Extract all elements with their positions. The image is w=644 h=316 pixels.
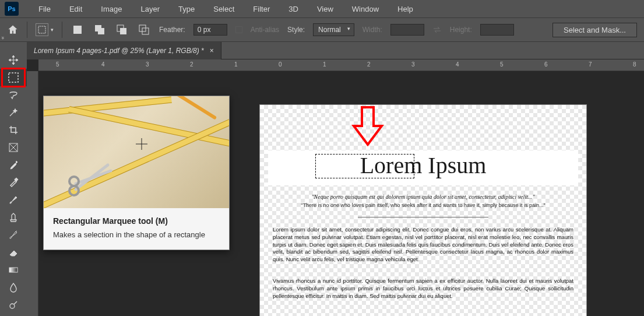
menu-filter[interactable]: Filter: [245, 2, 278, 16]
separator: [62, 22, 62, 38]
feather-input[interactable]: [193, 24, 227, 36]
move-tool[interactable]: [0, 51, 27, 69]
svg-rect-11: [9, 268, 17, 272]
swap-icon: [432, 25, 442, 34]
antialias-checkbox: [235, 26, 242, 33]
crop-tool[interactable]: [0, 121, 27, 139]
subtract-selection-icon[interactable]: [115, 23, 129, 37]
svg-rect-1: [73, 26, 82, 34]
history-brush-tool[interactable]: [0, 226, 27, 244]
document-tab-bar: Lorem Ipsum 4 pages-1.pdf @ 25% (Layer 1…: [27, 42, 644, 59]
document-quote: "Neque porro quisquam est qui dolorem ip…: [260, 194, 586, 200]
eraser-tool[interactable]: [0, 244, 27, 261]
tooltip-preview-image: [44, 96, 229, 208]
tooltip-description: Makes a selection in the shape of a rect…: [53, 230, 220, 239]
style-label: Style:: [287, 26, 305, 34]
expand-tools-icon[interactable]: [0, 43, 8, 51]
vertical-ruler[interactable]: [27, 71, 38, 316]
magic-wand-tool[interactable]: [0, 104, 27, 121]
svg-rect-0: [38, 26, 45, 33]
tooltip-title: Rectangular Marquee tool (M): [53, 216, 220, 226]
document-tab[interactable]: Lorem Ipsum 4 pages-1.pdf @ 25% (Layer 1…: [27, 42, 221, 59]
scissors-icon: [67, 155, 131, 201]
canvas[interactable]: Rectangular Marquee tool (M) Makes a sel…: [38, 71, 644, 316]
menu-window[interactable]: Window: [344, 2, 387, 16]
svg-point-13: [69, 186, 79, 195]
clone-stamp-tool[interactable]: [0, 209, 27, 226]
lasso-tool[interactable]: [0, 86, 27, 104]
add-selection-icon[interactable]: [93, 23, 107, 37]
antialias-label: Anti-alias: [251, 26, 279, 34]
menu-view[interactable]: View: [309, 2, 342, 16]
tab-title: Lorem Ipsum 4 pages-1.pdf @ 25% (Layer 1…: [34, 47, 204, 55]
brush-tool[interactable]: [0, 191, 27, 209]
style-select[interactable]: Normal: [313, 23, 354, 36]
highlight-annotation: [1, 68, 26, 87]
width-label: Width:: [363, 26, 382, 34]
select-and-mask-button[interactable]: Select and Mask...: [552, 23, 637, 37]
menu-edit[interactable]: Edit: [61, 2, 90, 16]
marquee-selection[interactable]: [315, 154, 414, 178]
menu-bar: Ps File Edit Image Layer Type Select Fil…: [0, 0, 644, 17]
separator-line: [358, 217, 488, 217]
document-title: Lorem Ipsum: [260, 152, 586, 179]
height-input: [480, 24, 514, 36]
menu-type[interactable]: Type: [170, 2, 203, 16]
width-input: [390, 24, 424, 36]
new-selection-icon[interactable]: [71, 23, 85, 37]
options-bar: ▾ Feather: Anti-alias Style: Normal Widt…: [0, 17, 644, 42]
healing-brush-tool[interactable]: [0, 174, 27, 191]
paragraph-2: Vivamus rhoncus a nunc id porttitor. Qui…: [273, 278, 573, 300]
blur-tool[interactable]: [0, 279, 27, 296]
paragraph-1: Lorem ipsum dolor sit amet, consectetur …: [273, 226, 573, 264]
gradient-tool[interactable]: [0, 261, 27, 279]
document-subquote: "There is no one who loves pain itself, …: [260, 202, 586, 208]
document-page: Lorem Ipsum "Neque porro quisquam est qu…: [260, 105, 586, 316]
intersect-selection-icon[interactable]: [137, 23, 151, 37]
feather-label: Feather:: [159, 26, 185, 34]
app-logo: Ps: [5, 2, 19, 16]
horizontal-ruler[interactable]: 5 4 3 2 1 0 1 2 3 4 5 6 7 8: [38, 59, 644, 71]
menu-select[interactable]: Select: [205, 2, 242, 16]
menu-layer[interactable]: Layer: [133, 2, 168, 16]
separator: [27, 22, 27, 38]
tools-panel: [0, 42, 27, 316]
menu-file[interactable]: File: [30, 2, 59, 16]
menu-help[interactable]: Help: [389, 2, 421, 16]
menu-3d[interactable]: 3D: [280, 2, 307, 16]
svg-point-12: [10, 304, 15, 308]
dodge-tool[interactable]: [0, 296, 27, 314]
marquee-tool[interactable]: [0, 69, 27, 86]
svg-rect-5: [120, 28, 126, 34]
home-icon[interactable]: [7, 24, 19, 36]
crosshair-cursor-icon: [136, 138, 147, 150]
height-label: Height:: [450, 26, 472, 34]
eyedropper-tool[interactable]: [0, 156, 27, 174]
tool-preset-picker[interactable]: ▾: [36, 23, 54, 36]
close-icon[interactable]: ×: [210, 47, 214, 55]
menu-image[interactable]: Image: [93, 2, 130, 16]
arrow-annotation: [350, 104, 385, 150]
tool-tooltip: Rectangular Marquee tool (M) Makes a sel…: [43, 96, 230, 250]
frame-tool[interactable]: [0, 139, 27, 156]
svg-point-14: [69, 177, 79, 186]
svg-rect-3: [98, 28, 104, 34]
